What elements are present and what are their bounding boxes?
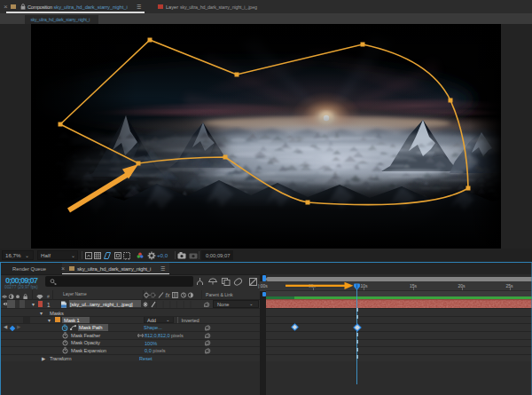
svg-text:#: # [47,294,50,299]
svg-text:fx: fx [166,292,171,298]
